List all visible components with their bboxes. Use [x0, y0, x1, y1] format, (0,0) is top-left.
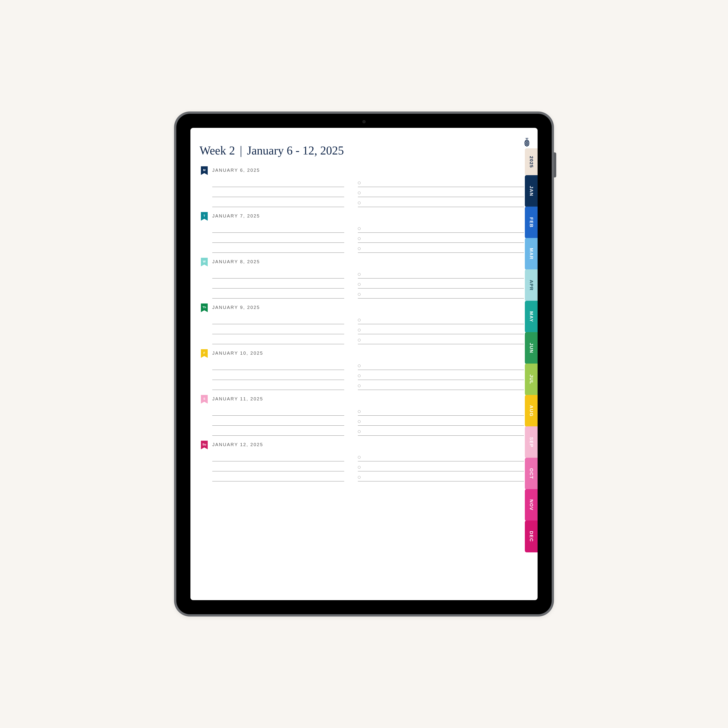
note-line[interactable]: [212, 426, 344, 436]
day-date-label: JANUARY 10, 2025: [212, 349, 524, 356]
note-line[interactable]: [212, 268, 344, 278]
day-columns: [212, 314, 524, 344]
checkbox-circle-icon[interactable]: [358, 476, 361, 479]
note-line[interactable]: [212, 324, 344, 334]
planner-page: Week 2 | January 6 - 12, 2025 MJANUARY 6…: [190, 128, 538, 600]
day-row: ThJANUARY 9, 2025: [199, 303, 524, 344]
todo-column[interactable]: [358, 451, 524, 482]
todo-line[interactable]: [358, 223, 524, 233]
todo-line[interactable]: [358, 314, 524, 324]
note-line[interactable]: [212, 177, 344, 187]
checkbox-circle-icon[interactable]: [358, 319, 361, 321]
day-date-label: JANUARY 8, 2025: [212, 258, 524, 265]
todo-line[interactable]: [358, 268, 524, 278]
note-line[interactable]: [212, 243, 344, 253]
todo-line[interactable]: [358, 177, 524, 187]
checkbox-circle-icon[interactable]: [358, 283, 361, 286]
tab-month-aug[interactable]: AUG: [525, 395, 538, 427]
note-line[interactable]: [212, 380, 344, 390]
power-button[interactable]: [554, 153, 556, 177]
tab-month-dec[interactable]: DEC: [525, 520, 538, 552]
tab-month-apr[interactable]: APR: [525, 269, 538, 301]
checkbox-circle-icon[interactable]: [358, 430, 361, 433]
todo-line[interactable]: [358, 243, 524, 253]
day-row: TJANUARY 7, 2025: [199, 212, 524, 253]
checkbox-circle-icon[interactable]: [358, 273, 361, 276]
todo-column[interactable]: [358, 223, 524, 253]
todo-column[interactable]: [358, 360, 524, 390]
todo-column[interactable]: [358, 268, 524, 298]
checkbox-circle-icon[interactable]: [358, 420, 361, 423]
checkbox-circle-icon[interactable]: [358, 227, 361, 230]
notes-column[interactable]: [212, 268, 344, 298]
note-line[interactable]: [212, 233, 344, 243]
checkbox-circle-icon[interactable]: [358, 293, 361, 296]
todo-line[interactable]: [358, 451, 524, 461]
todo-line[interactable]: [358, 380, 524, 390]
note-line[interactable]: [212, 471, 344, 482]
tab-month-sep[interactable]: SEP: [525, 426, 538, 458]
notes-column[interactable]: [212, 451, 344, 482]
tab-month-nov[interactable]: NOV: [525, 489, 538, 521]
checkbox-circle-icon[interactable]: [358, 410, 361, 413]
todo-line[interactable]: [358, 405, 524, 416]
notes-column[interactable]: [212, 360, 344, 390]
todo-line[interactable]: [358, 233, 524, 243]
note-line[interactable]: [212, 187, 344, 197]
tab-month-may[interactable]: MAY: [525, 301, 538, 333]
checkbox-circle-icon[interactable]: [358, 466, 361, 469]
todo-line[interactable]: [358, 289, 524, 298]
checkbox-circle-icon[interactable]: [358, 364, 361, 367]
tab-month-mar[interactable]: MAR: [525, 238, 538, 270]
note-line[interactable]: [212, 314, 344, 324]
tab-month-oct[interactable]: OCT: [525, 458, 538, 489]
todo-line[interactable]: [358, 197, 524, 207]
checkbox-circle-icon[interactable]: [358, 182, 361, 184]
note-line[interactable]: [212, 416, 344, 426]
notes-column[interactable]: [212, 314, 344, 344]
todo-line[interactable]: [358, 324, 524, 334]
note-line[interactable]: [212, 334, 344, 344]
notes-column[interactable]: [212, 405, 344, 436]
checkbox-circle-icon[interactable]: [358, 456, 361, 459]
tab-month-jun[interactable]: JUN: [525, 332, 538, 364]
todo-line[interactable]: [358, 426, 524, 436]
todo-line[interactable]: [358, 370, 524, 380]
todo-line[interactable]: [358, 416, 524, 426]
tab-month-jan[interactable]: JAN: [525, 175, 538, 207]
todo-line[interactable]: [358, 471, 524, 482]
checkbox-circle-icon[interactable]: [358, 329, 361, 332]
todo-line[interactable]: [358, 334, 524, 344]
day-flag-column: Th: [199, 303, 212, 312]
checkbox-circle-icon[interactable]: [358, 375, 361, 377]
note-line[interactable]: [212, 405, 344, 416]
note-line[interactable]: [212, 461, 344, 471]
note-line[interactable]: [212, 451, 344, 461]
pineapple-logo-icon: [523, 137, 531, 147]
todo-column[interactable]: [358, 405, 524, 436]
tab-month-feb[interactable]: FEB: [525, 206, 538, 239]
checkbox-circle-icon[interactable]: [358, 339, 361, 341]
note-line[interactable]: [212, 360, 344, 370]
day-columns: [212, 360, 524, 390]
todo-column[interactable]: [358, 177, 524, 207]
todo-line[interactable]: [358, 461, 524, 471]
todo-line[interactable]: [358, 360, 524, 370]
checkbox-circle-icon[interactable]: [358, 237, 361, 240]
todo-column[interactable]: [358, 314, 524, 344]
checkbox-circle-icon[interactable]: [358, 384, 361, 387]
tab-month-jul[interactable]: JUL: [525, 364, 538, 395]
note-line[interactable]: [212, 223, 344, 233]
notes-column[interactable]: [212, 223, 344, 253]
todo-line[interactable]: [358, 278, 524, 289]
todo-line[interactable]: [358, 187, 524, 197]
note-line[interactable]: [212, 370, 344, 380]
checkbox-circle-icon[interactable]: [358, 191, 361, 194]
note-line[interactable]: [212, 197, 344, 207]
checkbox-circle-icon[interactable]: [358, 202, 361, 204]
note-line[interactable]: [212, 289, 344, 298]
notes-column[interactable]: [212, 177, 344, 207]
note-line[interactable]: [212, 278, 344, 289]
tab-year[interactable]: 2025: [525, 148, 538, 176]
checkbox-circle-icon[interactable]: [358, 247, 361, 250]
